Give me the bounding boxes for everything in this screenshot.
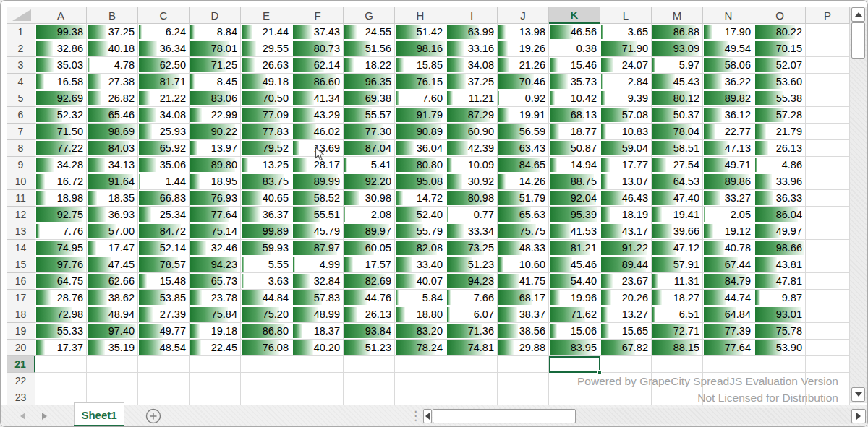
cell-I15[interactable]: 51.23 [446,256,498,273]
cell-A6[interactable]: 52.32 [35,107,87,124]
row-header-16[interactable]: 16 [7,273,35,290]
row-header-17[interactable]: 17 [7,290,35,306]
row-header-8[interactable]: 8 [7,140,35,157]
cell-N9[interactable]: 49.71 [703,157,754,173]
cell-H1[interactable]: 51.42 [395,24,446,40]
cell-D23[interactable] [190,389,241,406]
cell-G11[interactable]: 30.98 [344,190,395,207]
cell-L5[interactable]: 9.39 [600,90,652,107]
cell-D14[interactable]: 32.46 [190,240,241,256]
cell-I9[interactable]: 10.09 [446,157,498,173]
cell-E22[interactable] [241,373,292,389]
cell-E12[interactable]: 36.37 [241,207,292,223]
cell-F18[interactable]: 48.99 [292,306,344,323]
cell-C19[interactable]: 49.77 [138,323,190,340]
cell-F6[interactable]: 43.29 [292,107,344,124]
cell-B20[interactable]: 35.19 [87,340,138,356]
cell-K13[interactable]: 41.53 [549,223,600,240]
cell-O19[interactable]: 75.78 [754,323,806,340]
cell-E1[interactable]: 21.44 [241,24,292,40]
cell-E23[interactable] [241,389,292,406]
cell-B13[interactable]: 57.00 [87,223,138,240]
cell-A17[interactable]: 28.76 [35,290,87,306]
cell-G1[interactable]: 24.55 [344,24,395,40]
cell-H22[interactable] [395,373,446,389]
cell-P16[interactable] [806,273,850,290]
cell-B4[interactable]: 27.38 [87,74,138,90]
row-header-15[interactable]: 15 [7,256,35,273]
cell-B3[interactable]: 4.78 [87,57,138,74]
cell-A16[interactable]: 64.75 [35,273,87,290]
cell-I18[interactable]: 6.07 [446,306,498,323]
cell-A2[interactable]: 32.86 [35,40,87,57]
cell-N6[interactable]: 36.12 [703,107,754,124]
row-header-10[interactable]: 10 [7,173,35,190]
cell-M3[interactable]: 5.97 [652,57,703,74]
cell-J7[interactable]: 56.59 [498,124,549,140]
cell-L21[interactable] [600,356,652,373]
cell-D3[interactable]: 71.25 [190,57,241,74]
row-header-21[interactable]: 21 [7,356,35,373]
cell-B14[interactable]: 17.47 [87,240,138,256]
cell-J8[interactable]: 63.43 [498,140,549,157]
row-header-12[interactable]: 12 [7,207,35,223]
cell-L11[interactable]: 46.43 [600,190,652,207]
scroll-down-button[interactable] [851,387,865,402]
cell-E6[interactable]: 77.09 [241,107,292,124]
cell-D6[interactable]: 22.99 [190,107,241,124]
cell-N3[interactable]: 58.06 [703,57,754,74]
cell-D19[interactable]: 19.18 [190,323,241,340]
cell-K3[interactable]: 15.46 [549,57,600,74]
cell-J2[interactable]: 19.26 [498,40,549,57]
cell-A7[interactable]: 71.50 [35,124,87,140]
cell-E21[interactable] [241,356,292,373]
cell-C17[interactable]: 53.85 [138,290,190,306]
cell-D21[interactable] [190,356,241,373]
cell-K18[interactable]: 71.62 [549,306,600,323]
row-header-14[interactable]: 14 [7,240,35,256]
cell-P17[interactable] [806,290,850,306]
cell-L7[interactable]: 10.83 [600,124,652,140]
cell-C13[interactable]: 84.72 [138,223,190,240]
cell-G5[interactable]: 69.38 [344,90,395,107]
cell-F22[interactable] [292,373,344,389]
scroll-left-button[interactable] [423,409,432,423]
cell-M5[interactable]: 80.12 [652,90,703,107]
cell-A8[interactable]: 77.22 [35,140,87,157]
cell-K2[interactable]: 0.38 [549,40,600,57]
cell-E9[interactable]: 13.25 [241,157,292,173]
cell-F11[interactable]: 58.52 [292,190,344,207]
cell-M2[interactable]: 93.09 [652,40,703,57]
cell-K8[interactable]: 50.87 [549,140,600,157]
cell-E15[interactable]: 5.55 [241,256,292,273]
cell-I19[interactable]: 71.36 [446,323,498,340]
row-header-13[interactable]: 13 [7,223,35,240]
cell-J11[interactable]: 51.79 [498,190,549,207]
cell-I23[interactable] [446,389,498,406]
cell-C20[interactable]: 48.54 [138,340,190,356]
cell-P14[interactable] [806,240,850,256]
cell-J4[interactable]: 70.46 [498,74,549,90]
cell-G12[interactable]: 2.08 [344,207,395,223]
cell-B12[interactable]: 36.93 [87,207,138,223]
cell-P4[interactable] [806,74,850,90]
cell-C11[interactable]: 66.83 [138,190,190,207]
cell-C5[interactable]: 21.22 [138,90,190,107]
cell-J16[interactable]: 41.75 [498,273,549,290]
cell-H5[interactable]: 7.60 [395,90,446,107]
cell-L18[interactable]: 13.27 [600,306,652,323]
cell-H14[interactable]: 82.08 [395,240,446,256]
cell-I11[interactable]: 80.98 [446,190,498,207]
cell-L23[interactable] [600,389,652,406]
cell-L19[interactable]: 15.65 [600,323,652,340]
cell-L6[interactable]: 57.08 [600,107,652,124]
cell-F13[interactable]: 45.79 [292,223,344,240]
cell-G17[interactable]: 44.76 [344,290,395,306]
cell-E11[interactable]: 40.65 [241,190,292,207]
cell-J10[interactable]: 14.26 [498,173,549,190]
cell-N15[interactable]: 67.44 [703,256,754,273]
cell-C22[interactable] [138,373,190,389]
cell-C23[interactable] [138,389,190,406]
cell-D22[interactable] [190,373,241,389]
cell-O14[interactable]: 98.66 [754,240,806,256]
